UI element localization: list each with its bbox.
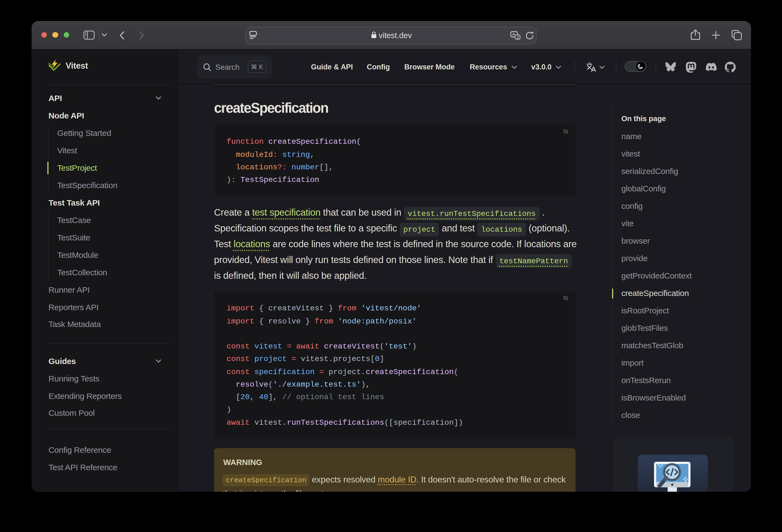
svg-text:文: 文: [516, 35, 520, 39]
